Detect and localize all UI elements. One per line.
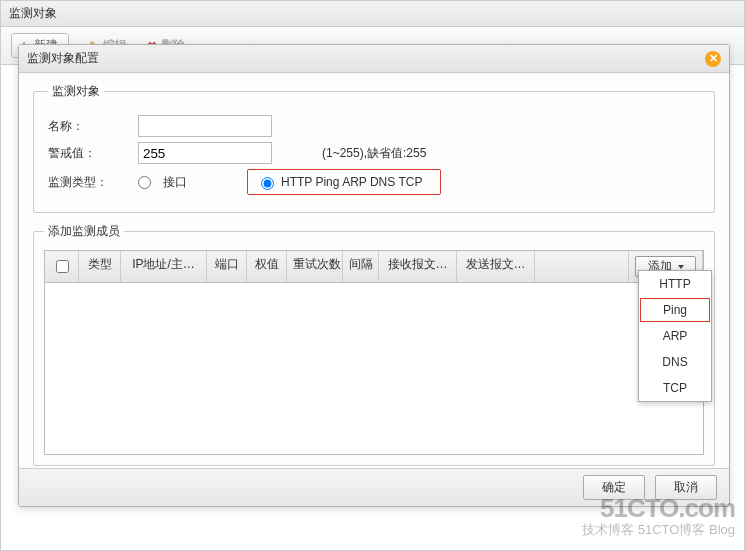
radio-protocols[interactable] <box>261 177 274 190</box>
config-dialog: 监测对象配置 ✕ 监测对象 名称： 警戒值： (1~255),缺省值:255 监… <box>18 44 730 507</box>
col-weight: 权值 <box>247 251 287 282</box>
add-members-legend: 添加监测成员 <box>44 223 124 240</box>
dropdown-item-tcp[interactable]: TCP <box>639 375 711 401</box>
name-input[interactable] <box>138 115 272 137</box>
col-checkbox <box>45 251 79 282</box>
dialog-title-text: 监测对象配置 <box>27 50 99 67</box>
name-label: 名称： <box>48 118 138 135</box>
dropdown-item-arp[interactable]: ARP <box>639 323 711 349</box>
ok-button-label: 确定 <box>602 480 626 494</box>
monitor-target-legend: 监测对象 <box>48 83 104 100</box>
dropdown-item-http[interactable]: HTTP <box>639 271 711 297</box>
close-icon[interactable]: ✕ <box>705 51 721 67</box>
select-all-checkbox[interactable] <box>56 260 69 273</box>
dialog-titlebar: 监测对象配置 ✕ <box>19 45 729 73</box>
col-interval: 间隔 <box>343 251 379 282</box>
radio-interface-label: 接口 <box>163 174 187 191</box>
col-retry: 重试次数 <box>287 251 343 282</box>
threshold-label: 警戒值： <box>48 145 138 162</box>
radio-protocols-box: HTTP Ping ARP DNS TCP <box>247 169 441 195</box>
col-ip: IP地址/主… <box>121 251 207 282</box>
main-window-title-text: 监测对象 <box>9 6 57 20</box>
dropdown-item-ping[interactable]: Ping <box>640 298 710 322</box>
cancel-button-label: 取消 <box>674 480 698 494</box>
monitor-target-group: 监测对象 名称： 警戒值： (1~255),缺省值:255 监测类型： 接口 H… <box>33 83 715 213</box>
chevron-down-icon <box>678 265 684 269</box>
main-window-title: 监测对象 <box>1 1 744 27</box>
col-type: 类型 <box>79 251 121 282</box>
col-gap <box>535 251 629 282</box>
col-port: 端口 <box>207 251 247 282</box>
members-table-header: 类型 IP地址/主… 端口 权值 重试次数 间隔 接收报文… 发送报文… 添加 <box>44 250 704 283</box>
add-members-group: 添加监测成员 类型 IP地址/主… 端口 权值 重试次数 间隔 接收报文… 发送… <box>33 223 715 466</box>
col-send: 发送报文… <box>457 251 535 282</box>
cancel-button[interactable]: 取消 <box>655 475 717 500</box>
dropdown-item-dns[interactable]: DNS <box>639 349 711 375</box>
threshold-input[interactable] <box>138 142 272 164</box>
threshold-hint: (1~255),缺省值:255 <box>322 145 426 162</box>
ok-button[interactable]: 确定 <box>583 475 645 500</box>
members-table-body[interactable] <box>44 283 704 455</box>
col-recv: 接收报文… <box>379 251 457 282</box>
add-dropdown: HTTPPingARPDNSTCP <box>638 270 712 402</box>
dialog-footer: 确定 取消 <box>19 468 729 506</box>
radio-interface[interactable] <box>138 176 151 189</box>
radio-protocols-label: HTTP Ping ARP DNS TCP <box>281 175 422 189</box>
type-label: 监测类型： <box>48 174 138 191</box>
